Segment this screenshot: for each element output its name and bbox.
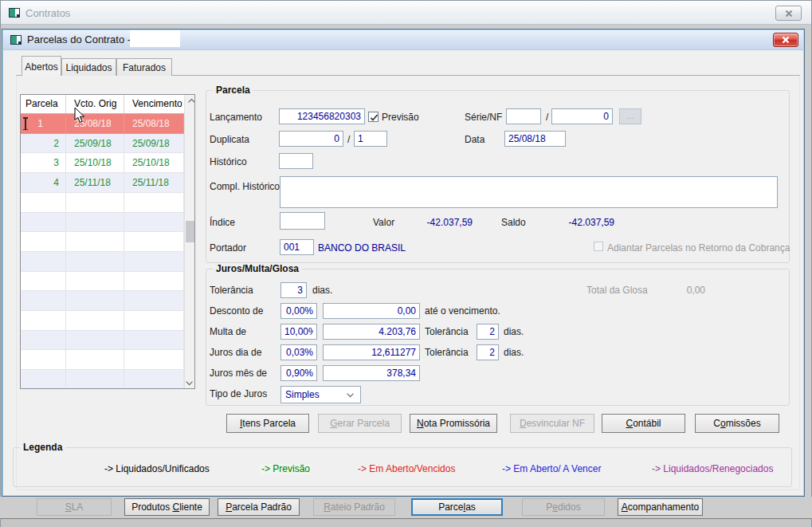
tipo-juros-select[interactable]: Simples [280, 386, 361, 403]
table-cell [66, 193, 124, 213]
tab-liquidados[interactable]: Liquidados [61, 58, 116, 76]
scroll-down-button[interactable] [185, 375, 195, 388]
compl-historico-field[interactable] [280, 176, 778, 208]
multa-pct-field[interactable] [280, 324, 317, 340]
scrollbar-thumb[interactable] [186, 221, 195, 242]
outer-window-titlebar[interactable]: Contratos [1, 1, 811, 25]
nav-button-parcela-padrao[interactable]: Parcela Padrão [218, 498, 300, 516]
action-button-itens-parcela[interactable]: Itens Parcela [226, 414, 309, 433]
column-header-vcto-orig[interactable]: Vcto. Orig [66, 95, 124, 113]
tolerancia-field[interactable] [280, 282, 307, 298]
table-cell [66, 350, 124, 370]
multa-tolerancia-field[interactable] [477, 324, 499, 340]
table-row-empty[interactable] [21, 370, 184, 389]
action-button-gerar-parcela: Gerar Parcela [318, 414, 402, 433]
outer-window-title: Contratos [25, 7, 70, 19]
valor-label: Valor [373, 217, 394, 228]
juros-group-title: Juros/Multa/Glosa [213, 263, 302, 274]
table-cell: 25/08/18 [124, 114, 184, 134]
nf-browse-button: ... [619, 108, 641, 124]
table-cell [21, 232, 66, 252]
table-cell [66, 252, 124, 272]
outer-close-button[interactable] [775, 6, 802, 21]
juros-dia-tolerancia-label: Tolerância [425, 347, 469, 358]
table-cell: 2 [21, 134, 66, 154]
lancamento-label: Lançamento [210, 112, 262, 123]
legend-item-em-aberto-vencidos: -> Em Aberto/Vencidos [358, 463, 455, 474]
action-button-comissoes[interactable]: Comissões [695, 414, 779, 433]
table-cell [66, 291, 124, 311]
nav-button-pedidos: Pedidos [522, 498, 605, 516]
nav-button-produtos-cliente[interactable]: Produtos Cliente [124, 498, 210, 516]
desconto-value-field[interactable] [323, 303, 420, 319]
table-cell [21, 291, 66, 311]
legend-item-em-aberto-a-vencer: -> Em Aberto/ A Vencer [502, 463, 601, 474]
table-row-empty[interactable] [21, 350, 184, 370]
parcela-group-title: Parcela [213, 85, 253, 96]
outer-window-bottom-frame [1, 519, 811, 527]
window-close-button[interactable] [773, 33, 798, 47]
portador-field[interactable] [280, 239, 314, 255]
duplicata-total-field[interactable] [354, 131, 387, 147]
historico-field[interactable] [279, 153, 313, 169]
lancamento-field[interactable] [279, 108, 365, 124]
serie-field[interactable] [506, 108, 541, 124]
juros-mes-value-field[interactable] [323, 365, 420, 381]
table-cell [66, 272, 124, 292]
table-cell [21, 193, 66, 213]
duplicata-field[interactable] [279, 131, 343, 147]
table-row-empty[interactable] [21, 232, 184, 252]
parcela-groupbox: Parcela Lançamento Previsão Série/NF / .… [206, 90, 790, 263]
table-cell [66, 213, 124, 233]
nf-field[interactable] [551, 108, 613, 124]
table-row-empty[interactable] [21, 331, 184, 351]
table-row-empty[interactable] [21, 272, 184, 292]
data-field[interactable] [504, 131, 566, 147]
table-cell [124, 272, 184, 292]
nav-button-acompanhamento[interactable]: Acompanhamento [618, 498, 703, 516]
indice-field[interactable] [280, 212, 325, 230]
adiantar-checkbox [594, 242, 603, 251]
table-row-empty[interactable] [21, 291, 184, 311]
action-button-contabil[interactable]: Contábil [602, 414, 685, 433]
juros-mes-pct-field[interactable] [280, 365, 317, 381]
table-row-empty[interactable] [21, 311, 184, 331]
column-header-parcela[interactable]: Parcela [21, 95, 66, 113]
table-cell [124, 370, 184, 389]
multa-value-field[interactable] [323, 324, 420, 340]
column-header-vencimento[interactable]: Vencimento [124, 95, 184, 113]
table-row-empty[interactable] [21, 252, 184, 272]
legend-item-liquidados-unificados: -> Liquidados/Unificados [104, 463, 210, 474]
table-row-parcela-3[interactable]: 325/10/1825/10/18 [21, 153, 184, 173]
tipo-juros-label: Tipo de Juros [210, 388, 267, 399]
juros-dia-tolerancia-field[interactable] [477, 344, 499, 360]
juros-dia-pct-field[interactable] [280, 344, 317, 360]
table-row-empty[interactable] [21, 213, 184, 233]
parcelas-window-titlebar[interactable]: Parcelas do Contrato - [2, 29, 804, 50]
saldo-value: -42.037,59 [541, 217, 614, 228]
multa-dias-label: dias. [504, 326, 524, 337]
table-row-parcela-1[interactable]: 125/08/1825/08/18 [21, 114, 184, 134]
juros-dia-value-field[interactable] [323, 344, 420, 360]
tab-faturados[interactable]: Faturados [116, 58, 172, 76]
window-form-icon [9, 8, 20, 18]
action-button-nota-promissoria[interactable]: Nota Promissória [410, 414, 497, 433]
tab-abertos[interactable]: Abertos [22, 56, 61, 76]
multa-label: Multa de [210, 326, 246, 337]
duplicata-label: Duplicata [210, 134, 249, 145]
table-row-parcela-4[interactable]: 425/11/1825/11/18 [21, 173, 184, 193]
historico-label: Histórico [210, 156, 247, 167]
table-row-empty[interactable] [21, 193, 184, 213]
scroll-up-button[interactable] [185, 95, 195, 108]
window-title: Parcelas do Contrato - [27, 33, 131, 45]
parcelas-window: Parcelas do Contrato - AbertosLiquidados… [2, 29, 805, 497]
desconto-pct-field[interactable] [280, 303, 317, 319]
previsao-checkbox[interactable] [368, 112, 379, 122]
table-header-row: Parcela Vcto. Orig Vencimento [21, 95, 184, 114]
table-cell [66, 331, 124, 351]
table-row-parcela-2[interactable]: 225/09/1825/09/18 [21, 134, 184, 154]
nav-button-parcelas[interactable]: Parcelas [411, 498, 503, 516]
table-cell: 3 [21, 153, 66, 173]
table-cell [124, 193, 184, 213]
table-scrollbar[interactable] [184, 95, 194, 388]
